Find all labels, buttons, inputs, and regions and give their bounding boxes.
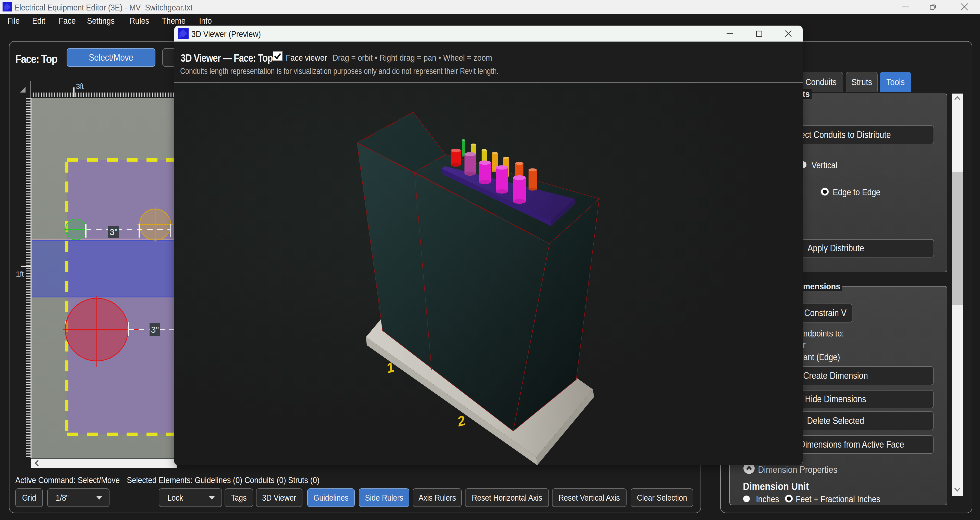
svg-text:3": 3": [151, 325, 159, 335]
svg-text:1ft: 1ft: [16, 270, 24, 278]
svg-text:3": 3": [110, 227, 118, 237]
svg-text:3ft: 3ft: [76, 82, 84, 90]
